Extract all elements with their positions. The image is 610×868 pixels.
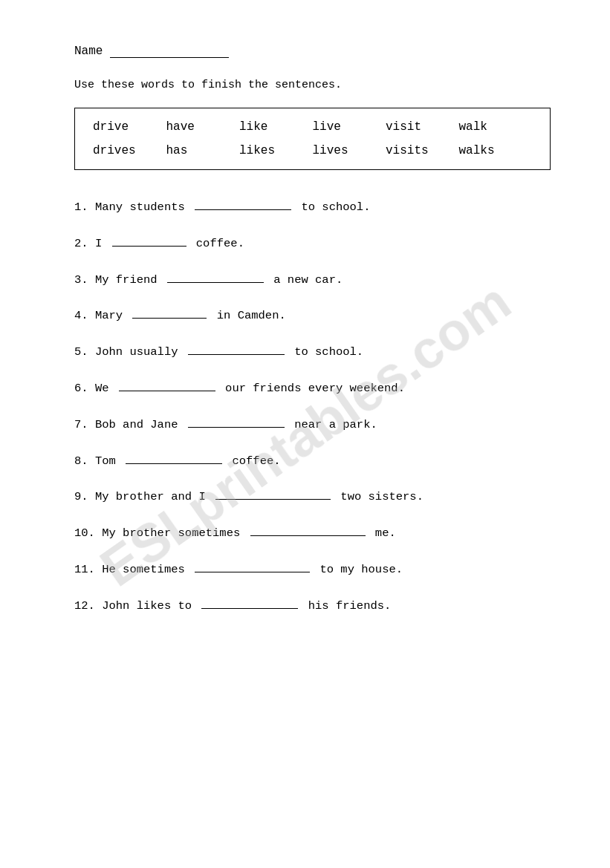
sentence-5-end: to school. xyxy=(288,343,363,362)
word-box: drive have like live visit walk drives h… xyxy=(74,108,551,170)
sentence-12-end: his friends. xyxy=(301,597,391,616)
sentence-11-num: 11. He sometimes xyxy=(74,561,192,579)
sentence-9: 9. My brother and I two sisters. xyxy=(74,486,551,506)
word-like: like xyxy=(239,120,313,134)
sentence-4-blank[interactable] xyxy=(132,305,207,319)
sentence-8-end: coffee. xyxy=(225,452,280,471)
sentence-1-blank[interactable] xyxy=(195,197,291,210)
name-label: Name xyxy=(74,45,103,58)
sentence-5: 5. John usually to school. xyxy=(74,342,551,362)
sentence-10-num: 10. My brother sometimes xyxy=(74,524,247,543)
sentences-section: 1. Many students to school. 2. I coffee.… xyxy=(74,197,551,616)
word-have: have xyxy=(166,120,240,134)
sentence-11-end: to my house. xyxy=(313,561,403,579)
word-walks: walks xyxy=(459,144,533,157)
sentence-3-num: 3. My friend xyxy=(74,271,164,290)
word-has: has xyxy=(166,144,240,157)
sentence-11-blank[interactable] xyxy=(195,559,310,572)
sentence-5-blank[interactable] xyxy=(188,342,285,355)
sentence-2-num: 2. I xyxy=(74,235,109,253)
sentence-2-blank[interactable] xyxy=(112,233,186,247)
sentence-1: 1. Many students to school. xyxy=(74,197,551,217)
sentence-7-num: 7. Bob and Jane xyxy=(74,416,185,434)
name-section: Name xyxy=(74,45,551,58)
sentence-6: 6. We our friends every weekend. xyxy=(74,378,551,398)
sentence-9-blank[interactable] xyxy=(215,486,331,500)
name-underline[interactable] xyxy=(110,45,229,58)
sentence-3: 3. My friend a new car. xyxy=(74,270,551,290)
word-lives: lives xyxy=(313,144,386,157)
sentence-12-blank[interactable] xyxy=(201,595,298,609)
sentence-3-blank[interactable] xyxy=(167,270,264,283)
sentence-4: 4. Mary in Camden. xyxy=(74,305,551,325)
sentence-7: 7. Bob and Jane near a park. xyxy=(74,414,551,434)
sentence-8: 8. Tom coffee. xyxy=(74,451,551,471)
word-visit: visit xyxy=(386,120,459,134)
sentence-6-num: 6. We xyxy=(74,379,116,398)
word-visits: visits xyxy=(386,144,459,157)
word-walk: walk xyxy=(459,120,533,134)
sentence-11: 11. He sometimes to my house. xyxy=(74,559,551,579)
sentence-5-num: 5. John usually xyxy=(74,343,185,362)
sentence-2-end: coffee. xyxy=(189,235,244,253)
sentence-10-blank[interactable] xyxy=(250,523,366,536)
sentence-1-end: to school. xyxy=(294,198,370,217)
sentence-2: 2. I coffee. xyxy=(74,233,551,253)
sentence-7-blank[interactable] xyxy=(188,414,285,428)
sentence-7-end: near a park. xyxy=(288,416,377,434)
sentence-8-num: 8. Tom xyxy=(74,452,123,471)
sentence-9-num: 9. My brother and I xyxy=(74,488,212,506)
word-likes: likes xyxy=(239,144,313,157)
sentence-6-end: our friends every weekend. xyxy=(218,379,405,398)
word-live: live xyxy=(313,120,386,134)
sentence-12: 12. John likes to his friends. xyxy=(74,595,551,616)
word-drives: drives xyxy=(93,144,166,157)
sentence-3-end: a new car. xyxy=(267,271,343,290)
sentence-4-num: 4. Mary xyxy=(74,307,129,325)
sentence-6-blank[interactable] xyxy=(119,378,215,391)
sentence-10: 10. My brother sometimes me. xyxy=(74,523,551,543)
sentence-9-end: two sisters. xyxy=(334,488,424,506)
instruction-text: Use these words to finish the sentences. xyxy=(74,79,551,91)
sentence-8-blank[interactable] xyxy=(126,451,222,464)
sentence-1-num: 1. Many students xyxy=(74,198,192,217)
sentence-12-num: 12. John likes to xyxy=(74,597,198,616)
sentence-4-end: in Camden. xyxy=(210,307,285,325)
sentence-10-end: me. xyxy=(369,524,396,543)
word-drive: drive xyxy=(93,120,166,134)
